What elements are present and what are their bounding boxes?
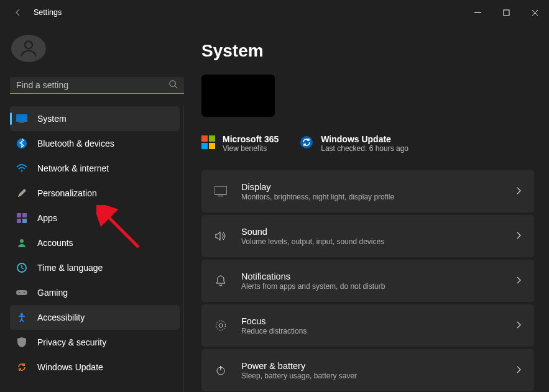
svg-point-3	[170, 81, 175, 86]
svg-rect-24	[215, 186, 227, 194]
svg-point-27	[219, 324, 223, 327]
chevron-right-icon	[517, 275, 522, 286]
sync-icon	[300, 135, 313, 152]
window-title: Settings	[34, 8, 62, 17]
search-box[interactable]	[10, 77, 184, 94]
page-title: System	[201, 41, 534, 61]
svg-rect-15	[16, 290, 27, 295]
sidebar-item-personalization[interactable]: Personalization	[10, 181, 180, 206]
svg-point-2	[25, 42, 32, 49]
svg-point-18	[21, 313, 23, 316]
sidebar-item-accessibility[interactable]: Accessibility	[10, 305, 180, 330]
svg-line-4	[175, 86, 177, 88]
windows-update-link[interactable]: Windows Update Last checked: 6 hours ago	[300, 134, 408, 153]
chevron-right-icon	[517, 230, 522, 242]
main-content: System Microsoft 365 View benefits Windo…	[187, 25, 549, 392]
accessibility-icon	[16, 312, 27, 323]
minimize-button[interactable]	[463, 0, 492, 25]
svg-rect-5	[16, 114, 27, 122]
avatar[interactable]	[11, 35, 46, 62]
svg-point-26	[216, 321, 226, 330]
sidebar-item-label: System	[37, 114, 67, 124]
sidebar-item-label: Apps	[37, 213, 57, 223]
card-power[interactable]: Power & batterySleep, battery usage, bat…	[201, 349, 534, 391]
sidebar-item-update[interactable]: Windows Update	[10, 355, 180, 380]
sound-icon	[214, 231, 228, 241]
svg-point-16	[19, 292, 20, 293]
svg-rect-1	[504, 10, 509, 16]
bell-icon	[214, 275, 228, 286]
sidebar-item-network[interactable]: Network & internet	[10, 156, 180, 181]
sidebar-item-apps[interactable]: Apps	[10, 206, 180, 230]
chevron-right-icon	[517, 365, 522, 376]
update-title: Windows Update	[321, 134, 408, 144]
ms365-link[interactable]: Microsoft 365 View benefits	[201, 134, 279, 153]
sidebar-item-gaming[interactable]: Gaming	[10, 280, 180, 305]
back-button[interactable]	[9, 3, 27, 22]
svg-rect-12	[22, 219, 27, 223]
desktop-preview[interactable]	[201, 75, 275, 117]
sidebar-item-system[interactable]: System	[10, 106, 180, 131]
chevron-right-icon	[517, 320, 522, 331]
svg-rect-20	[209, 135, 215, 142]
ms365-sub: View benefits	[223, 144, 279, 153]
apps-icon	[16, 212, 27, 224]
sidebar-item-time[interactable]: Time & language	[10, 255, 180, 280]
card-display[interactable]: DisplayMonitors, brightness, night light…	[201, 170, 534, 212]
svg-rect-19	[201, 135, 208, 142]
card-sub: Alerts from apps and system, do not dist…	[241, 282, 503, 291]
svg-rect-6	[19, 122, 24, 123]
system-icon	[16, 113, 27, 124]
sidebar-item-bluetooth[interactable]: Bluetooth & devices	[10, 131, 180, 156]
search-icon	[168, 80, 178, 91]
close-button[interactable]	[520, 0, 549, 25]
wifi-icon	[16, 163, 27, 174]
sidebar-item-label: Bluetooth & devices	[37, 139, 114, 148]
display-icon	[214, 186, 228, 196]
card-title: Sound	[241, 227, 503, 237]
update-icon	[16, 362, 27, 373]
sidebar-item-accounts[interactable]: Accounts	[10, 230, 180, 255]
card-title: Notifications	[241, 271, 503, 281]
svg-point-23	[300, 136, 313, 148]
sidebar-item-label: Personalization	[37, 188, 97, 198]
card-sub: Reduce distractions	[241, 327, 503, 335]
power-icon	[214, 365, 228, 376]
svg-point-17	[24, 292, 25, 293]
sidebar-item-label: Gaming	[37, 288, 68, 298]
chevron-right-icon	[517, 186, 522, 197]
svg-rect-9	[17, 213, 21, 217]
microsoft-icon	[201, 135, 215, 152]
svg-point-13	[20, 239, 24, 243]
svg-rect-21	[201, 143, 208, 149]
titlebar: Settings	[0, 0, 549, 25]
shield-icon	[16, 337, 27, 348]
sidebar-item-label: Privacy & security	[37, 337, 106, 347]
search-input[interactable]	[16, 80, 168, 90]
card-notifications[interactable]: NotificationsAlerts from apps and system…	[201, 260, 534, 302]
card-focus[interactable]: FocusReduce distractions	[201, 304, 534, 347]
bluetooth-icon	[16, 138, 27, 149]
focus-icon	[214, 320, 228, 331]
sidebar-item-label: Time & language	[37, 263, 103, 273]
paintbrush-icon	[16, 188, 27, 199]
card-title: Focus	[241, 316, 503, 326]
sidebar-item-label: Windows Update	[37, 362, 103, 372]
gamepad-icon	[16, 287, 27, 298]
maximize-button[interactable]	[492, 0, 520, 25]
card-sub: Monitors, brightness, night light, displ…	[241, 193, 503, 201]
update-sub: Last checked: 6 hours ago	[321, 144, 408, 153]
sidebar-item-label: Network & internet	[37, 163, 109, 173]
person-icon	[16, 237, 27, 248]
card-sub: Sleep, battery usage, battery saver	[241, 371, 503, 380]
card-sub: Volume levels, output, input, sound devi…	[241, 237, 503, 246]
sidebar-item-label: Accounts	[37, 238, 73, 248]
clock-icon	[16, 262, 27, 273]
svg-rect-10	[22, 213, 27, 217]
svg-point-8	[21, 170, 23, 172]
svg-rect-11	[17, 219, 21, 223]
ms365-title: Microsoft 365	[223, 134, 279, 144]
svg-rect-22	[209, 143, 215, 149]
sidebar-item-privacy[interactable]: Privacy & security	[10, 330, 180, 355]
card-sound[interactable]: SoundVolume levels, output, input, sound…	[201, 215, 534, 257]
